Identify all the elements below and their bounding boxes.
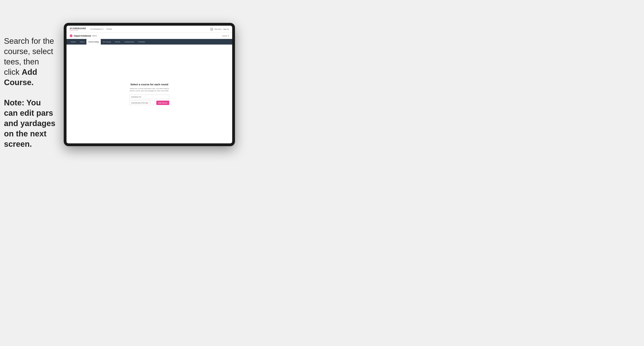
user-avatar: T (210, 28, 213, 31)
sign-out-link[interactable]: Sign out (223, 28, 229, 30)
clippd-icon: C (70, 34, 72, 37)
annotation-area: Search for the course, select tees, then… (4, 36, 56, 149)
nav-teams[interactable]: TEAMS (106, 28, 112, 30)
cancel-x-icon: ✕ (228, 35, 229, 37)
logo-text: SCOREBOARD (70, 27, 86, 30)
tab-course-setup[interactable]: Course Setup (86, 39, 101, 44)
clear-icon[interactable]: ✕ (150, 102, 151, 104)
tournament-gender: (Men) (92, 35, 97, 37)
note-text: Note: You can edit pars and yardages on … (4, 97, 56, 149)
tournament-name: Clippd Invitational (74, 35, 91, 37)
tournament-title: C Clippd Invitational (Men) (70, 34, 97, 37)
cancel-label: Cancel (222, 35, 227, 37)
main-instruction: Search for the course, select tees, then… (4, 36, 56, 87)
tablet-device: SCOREBOARD Powered by clippd TOURNAMENTS… (64, 23, 235, 146)
user-label: Test User | (214, 28, 222, 30)
course-search-input[interactable] (130, 95, 169, 99)
tee-select-row: Gold (M) (M) (7010 yds) ✕ ⌄ Add Course (130, 101, 169, 105)
tab-details[interactable]: Details (69, 39, 78, 44)
tab-printables[interactable]: Printables (136, 39, 147, 44)
tablet-screen: SCOREBOARD Powered by clippd TOURNAMENTS… (66, 26, 232, 143)
course-select-description: Search for a course and select a tee. Yo… (130, 87, 169, 92)
tab-leaderboards[interactable]: Leaderboards (122, 39, 136, 44)
tab-tee-groups[interactable]: Tee Groups (101, 39, 113, 44)
logo-area: SCOREBOARD Powered by clippd (70, 27, 86, 31)
nav-links: TOURNAMENTS TEAMS (90, 28, 210, 30)
cancel-button[interactable]: Cancel ✕ (222, 35, 229, 37)
nav-right: T Test User | Sign out (210, 28, 229, 31)
note-label: Note: You can edit pars and yardages on … (4, 98, 55, 148)
add-course-reference: Add Course. (4, 68, 37, 87)
add-course-button[interactable]: Add Course (156, 101, 169, 105)
main-content: Select a course for each round Search fo… (66, 44, 232, 143)
course-select-title: Select a course for each round (130, 83, 168, 86)
tab-results[interactable]: Results (113, 39, 122, 44)
logo-sub: Powered by clippd (70, 30, 86, 31)
tee-select-icons: ✕ ⌄ (150, 102, 153, 104)
chevron-icon: ⌄ (152, 102, 153, 104)
tee-value: Gold (M) (M) (7010 yds) (131, 102, 148, 104)
tournament-header: C Clippd Invitational (Men) Cancel ✕ (66, 33, 232, 39)
tab-nav: Details Teams Course Setup Tee Groups Re… (66, 39, 232, 44)
tee-dropdown[interactable]: Gold (M) (M) (7010 yds) ✕ ⌄ (130, 101, 155, 105)
top-nav: SCOREBOARD Powered by clippd TOURNAMENTS… (66, 26, 232, 33)
nav-tournaments[interactable]: TOURNAMENTS (90, 28, 103, 30)
tab-teams[interactable]: Teams (78, 39, 86, 44)
